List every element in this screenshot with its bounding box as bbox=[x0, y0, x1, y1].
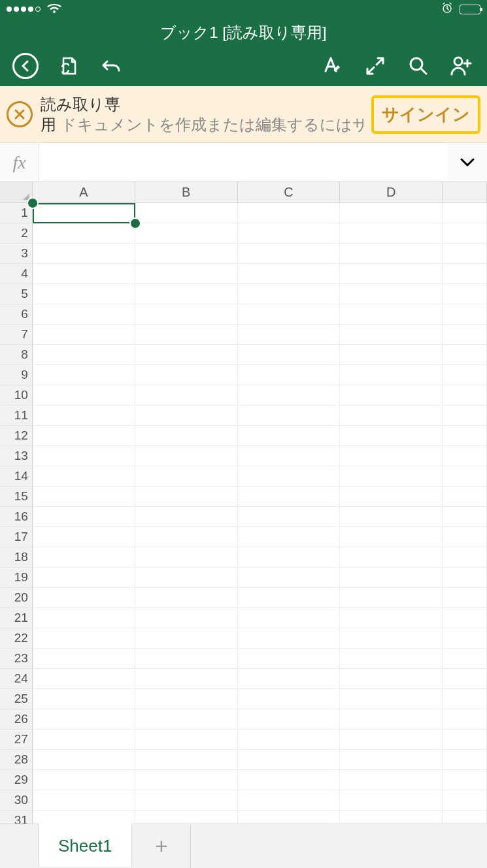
spreadsheet-grid[interactable]: A B C D 12345678910111213141516171819202… bbox=[0, 182, 487, 831]
cell[interactable] bbox=[33, 608, 135, 628]
cell[interactable] bbox=[238, 406, 341, 426]
cell[interactable] bbox=[238, 568, 341, 588]
row-header[interactable]: 23 bbox=[0, 649, 33, 669]
cell[interactable] bbox=[443, 608, 487, 628]
close-banner-button[interactable] bbox=[7, 101, 33, 127]
row-header[interactable]: 5 bbox=[0, 284, 33, 304]
cell[interactable] bbox=[340, 628, 443, 649]
cell[interactable] bbox=[443, 568, 487, 588]
cell[interactable] bbox=[238, 487, 341, 507]
cell[interactable] bbox=[340, 223, 443, 244]
cell[interactable] bbox=[340, 426, 443, 446]
cell[interactable] bbox=[443, 223, 487, 244]
cell[interactable] bbox=[340, 568, 443, 588]
cell[interactable] bbox=[238, 547, 341, 568]
cell[interactable] bbox=[33, 304, 135, 325]
cell[interactable] bbox=[340, 446, 443, 466]
cell[interactable] bbox=[33, 709, 135, 730]
cell[interactable] bbox=[340, 669, 443, 689]
cell[interactable] bbox=[443, 527, 487, 547]
cell[interactable] bbox=[443, 264, 487, 284]
cell[interactable] bbox=[33, 649, 135, 669]
cell[interactable] bbox=[238, 669, 341, 689]
cell[interactable] bbox=[135, 730, 238, 750]
cell[interactable] bbox=[340, 325, 443, 345]
row-header[interactable]: 9 bbox=[0, 365, 33, 385]
cell[interactable] bbox=[238, 345, 341, 365]
cell[interactable] bbox=[340, 588, 443, 608]
cell[interactable] bbox=[443, 790, 487, 811]
cell[interactable] bbox=[135, 770, 238, 790]
cell[interactable] bbox=[443, 345, 487, 365]
cell[interactable] bbox=[443, 385, 487, 406]
cell[interactable] bbox=[33, 365, 135, 385]
cell[interactable] bbox=[135, 487, 238, 507]
row-header[interactable]: 25 bbox=[0, 689, 33, 709]
cell[interactable] bbox=[33, 264, 135, 284]
row-header[interactable]: 16 bbox=[0, 507, 33, 527]
cell[interactable] bbox=[33, 345, 135, 365]
cell[interactable] bbox=[238, 325, 341, 345]
cell[interactable] bbox=[340, 203, 443, 223]
cell[interactable] bbox=[340, 507, 443, 527]
cell[interactable] bbox=[135, 547, 238, 568]
cell[interactable] bbox=[340, 689, 443, 709]
row-header[interactable]: 10 bbox=[0, 385, 33, 406]
cell[interactable] bbox=[443, 487, 487, 507]
cell[interactable] bbox=[443, 689, 487, 709]
cell[interactable] bbox=[135, 649, 238, 669]
cell[interactable] bbox=[33, 244, 135, 264]
cell[interactable] bbox=[33, 547, 135, 568]
cell[interactable] bbox=[238, 507, 341, 527]
cell[interactable] bbox=[135, 426, 238, 446]
cell[interactable] bbox=[238, 385, 341, 406]
cell[interactable] bbox=[135, 203, 238, 223]
cell[interactable] bbox=[443, 507, 487, 527]
cell[interactable] bbox=[340, 770, 443, 790]
cell[interactable] bbox=[33, 325, 135, 345]
cell[interactable] bbox=[135, 406, 238, 426]
add-sheet-button[interactable]: + bbox=[132, 824, 191, 868]
cell[interactable] bbox=[135, 446, 238, 466]
signin-button[interactable]: サインイン bbox=[371, 95, 480, 134]
cell[interactable] bbox=[443, 365, 487, 385]
cell[interactable] bbox=[340, 730, 443, 750]
cell[interactable] bbox=[443, 426, 487, 446]
cell[interactable] bbox=[443, 628, 487, 649]
cell[interactable] bbox=[135, 365, 238, 385]
cell[interactable] bbox=[443, 709, 487, 730]
cell[interactable] bbox=[238, 649, 341, 669]
row-header[interactable]: 8 bbox=[0, 345, 33, 365]
cell[interactable] bbox=[443, 750, 487, 770]
cell[interactable] bbox=[135, 385, 238, 406]
row-header[interactable]: 24 bbox=[0, 669, 33, 689]
cell[interactable] bbox=[340, 284, 443, 304]
cell[interactable] bbox=[135, 284, 238, 304]
cell[interactable] bbox=[33, 527, 135, 547]
cell[interactable] bbox=[340, 608, 443, 628]
cell[interactable] bbox=[238, 426, 341, 446]
cell[interactable] bbox=[135, 628, 238, 649]
cell[interactable] bbox=[340, 244, 443, 264]
cell[interactable] bbox=[238, 446, 341, 466]
cell[interactable] bbox=[238, 223, 341, 244]
cell[interactable] bbox=[238, 304, 341, 325]
cell[interactable] bbox=[135, 345, 238, 365]
cell[interactable] bbox=[443, 770, 487, 790]
row-header[interactable]: 7 bbox=[0, 325, 33, 345]
cell[interactable] bbox=[443, 406, 487, 426]
expand-formula-button[interactable] bbox=[448, 154, 487, 171]
cell[interactable] bbox=[33, 730, 135, 750]
row-header[interactable]: 22 bbox=[0, 628, 33, 649]
format-text-button[interactable] bbox=[311, 46, 354, 86]
cell[interactable] bbox=[443, 284, 487, 304]
row-header[interactable]: 18 bbox=[0, 547, 33, 568]
cell[interactable] bbox=[135, 244, 238, 264]
cell[interactable] bbox=[238, 790, 341, 811]
cell[interactable] bbox=[135, 709, 238, 730]
cell[interactable] bbox=[443, 730, 487, 750]
row-header[interactable]: 19 bbox=[0, 568, 33, 588]
cell[interactable] bbox=[33, 507, 135, 527]
column-header[interactable]: C bbox=[238, 182, 341, 202]
cell[interactable] bbox=[135, 750, 238, 770]
